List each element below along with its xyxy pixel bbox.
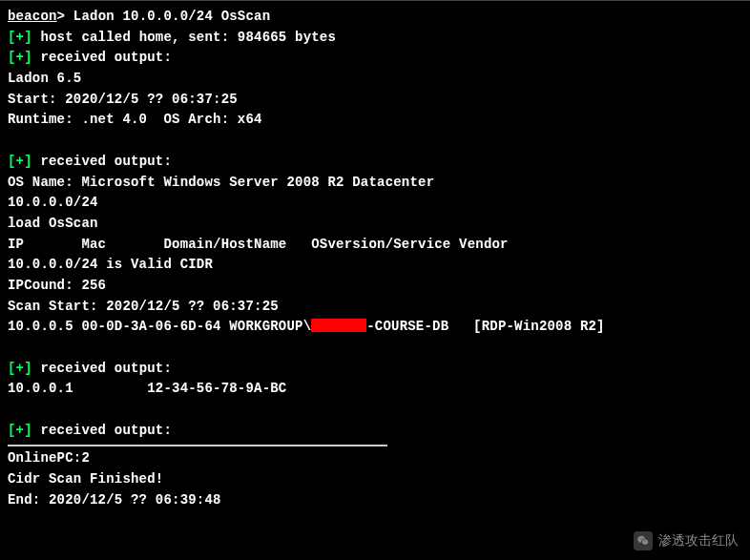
output-line: [+] host called home, sent: 984665 bytes (8, 28, 742, 49)
output-text: received output: (32, 361, 172, 376)
output-line: [+] received output: (8, 421, 742, 442)
terminal-output: beacon> Ladon 10.0.0.0/24 OsScan [+] hos… (0, 1, 750, 517)
prompt-chevron: > (57, 9, 66, 24)
output-line: 10.0.0.0/24 is Valid CIDR (8, 255, 742, 276)
watermark-text: 渗透攻击红队 (658, 532, 739, 550)
blank-line (8, 400, 742, 421)
blank-line (8, 338, 742, 359)
output-line: load OsScan (8, 214, 742, 235)
output-line: End: 2020/12/5 ?? 06:39:48 (8, 490, 742, 511)
output-text: received output: (32, 423, 172, 438)
output-line: Runtime: .net 4.0 OS Arch: x64 (8, 110, 742, 131)
output-line: 10.0.0.1 12-34-56-78-9A-BC (8, 379, 742, 400)
output-line: 10.0.0.0/24 (8, 193, 742, 214)
scan-result-suffix: -COURSE-DB [RDP-Win2008 R2] (366, 319, 604, 334)
status-tag: [+] (8, 50, 32, 65)
output-text: received output: (32, 154, 172, 169)
command-text: Ladon 10.0.0.0/24 OsScan (73, 9, 270, 24)
separator-line (8, 445, 387, 446)
prompt-line: beacon> Ladon 10.0.0.0/24 OsScan (8, 7, 742, 28)
output-line: [+] received output: (8, 152, 742, 173)
output-line: IP Mac Domain/HostName OSversion/Service… (8, 235, 742, 256)
scan-result-prefix: 10.0.0.5 00-0D-3A-06-6D-64 WORKGROUP\ (8, 319, 311, 334)
output-line: Cidr Scan Finished! (8, 469, 742, 490)
status-tag: [+] (8, 423, 32, 438)
watermark: 渗透攻击红队 (634, 531, 739, 550)
output-line: [+] received output: (8, 359, 742, 380)
output-line: Start: 2020/12/5 ?? 06:37:25 (8, 90, 742, 111)
status-tag: [+] (8, 361, 32, 376)
output-line: Scan Start: 2020/12/5 ?? 06:37:25 (8, 297, 742, 318)
output-line: 10.0.0.5 00-0D-3A-06-6D-64 WORKGROUP\-CO… (8, 317, 742, 338)
output-line: [+] received output: (8, 48, 742, 69)
prompt-label: beacon (8, 9, 57, 24)
status-tag: [+] (8, 154, 32, 169)
output-line: OnlinePC:2 (8, 448, 742, 469)
status-tag: [+] (8, 30, 32, 45)
redacted-block (311, 319, 366, 332)
output-text: received output: (32, 50, 172, 65)
blank-line (8, 131, 742, 152)
output-line: IPCound: 256 (8, 276, 742, 297)
output-line: Ladon 6.5 (8, 69, 742, 90)
wechat-icon (634, 531, 653, 550)
output-line: OS Name: Microsoft Windows Server 2008 R… (8, 173, 742, 194)
output-text: host called home, sent: 984665 bytes (32, 30, 336, 45)
